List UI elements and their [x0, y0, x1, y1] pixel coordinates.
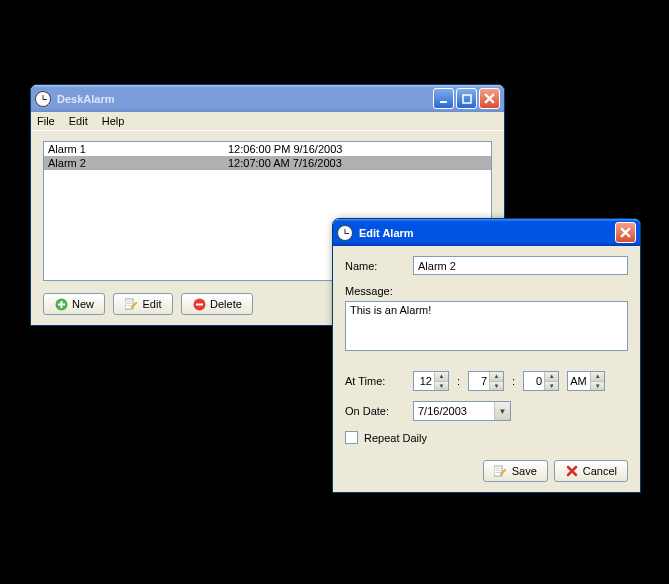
cancel-button[interactable]: Cancel	[554, 460, 628, 482]
pencil-icon	[125, 297, 139, 311]
date-label: On Date:	[345, 405, 405, 417]
close-button[interactable]	[479, 88, 500, 109]
minute-spinner[interactable]: ▲▼	[468, 371, 504, 391]
menu-file[interactable]: File	[37, 115, 55, 127]
message-input[interactable]	[345, 301, 628, 351]
spin-up[interactable]: ▲	[435, 372, 448, 382]
minute-input[interactable]	[469, 372, 489, 390]
menubar: File Edit Help	[31, 112, 504, 131]
second-input[interactable]	[524, 372, 544, 390]
date-picker[interactable]: ▼	[413, 401, 511, 421]
spin-up[interactable]: ▲	[490, 372, 503, 382]
ampm-input[interactable]	[568, 372, 590, 390]
repeat-checkbox[interactable]	[345, 431, 358, 444]
svg-rect-5	[196, 303, 203, 305]
name-label: Name:	[345, 260, 405, 272]
spin-down[interactable]: ▼	[435, 382, 448, 391]
alarm-time: 12:06:00 PM 9/16/2003	[228, 143, 487, 155]
x-icon	[565, 464, 579, 478]
save-label: Save	[512, 465, 537, 477]
plus-icon	[54, 297, 68, 311]
alarm-time: 12:07:00 AM 7/16/2003	[228, 157, 487, 169]
close-button[interactable]	[615, 222, 636, 243]
maximize-button[interactable]	[456, 88, 477, 109]
clock-icon	[337, 225, 353, 241]
spin-down[interactable]: ▼	[591, 382, 604, 391]
dialog-titlebar[interactable]: Edit Alarm	[333, 219, 640, 246]
main-title: DeskAlarm	[55, 93, 433, 105]
spin-down[interactable]: ▼	[490, 382, 503, 391]
delete-button[interactable]: Delete	[181, 293, 253, 315]
delete-icon	[192, 297, 206, 311]
second-spinner[interactable]: ▲▼	[523, 371, 559, 391]
new-label: New	[72, 298, 94, 310]
repeat-label: Repeat Daily	[364, 432, 427, 444]
new-button[interactable]: New	[43, 293, 105, 315]
spin-down[interactable]: ▼	[545, 382, 558, 391]
hour-spinner[interactable]: ▲▼	[413, 371, 449, 391]
delete-label: Delete	[210, 298, 242, 310]
alarm-name: Alarm 1	[48, 143, 228, 155]
alarm-name: Alarm 2	[48, 157, 228, 169]
message-label: Message:	[345, 285, 393, 297]
svg-rect-1	[463, 95, 471, 103]
dialog-title: Edit Alarm	[357, 227, 615, 239]
time-label: At Time:	[345, 375, 405, 387]
date-input[interactable]	[414, 402, 494, 420]
menu-help[interactable]: Help	[102, 115, 125, 127]
edit-button[interactable]: Edit	[113, 293, 173, 315]
svg-rect-0	[440, 101, 447, 103]
main-titlebar[interactable]: DeskAlarm	[31, 85, 504, 112]
list-item[interactable]: Alarm 1 12:06:00 PM 9/16/2003	[44, 142, 491, 156]
minimize-button[interactable]	[433, 88, 454, 109]
edit-label: Edit	[143, 298, 162, 310]
spin-up[interactable]: ▲	[591, 372, 604, 382]
chevron-down-icon[interactable]: ▼	[494, 402, 510, 420]
clock-icon	[35, 91, 51, 107]
menu-edit[interactable]: Edit	[69, 115, 88, 127]
list-item[interactable]: Alarm 2 12:07:00 AM 7/16/2003	[44, 156, 491, 170]
ampm-spinner[interactable]: ▲▼	[567, 371, 605, 391]
edit-alarm-dialog: Edit Alarm Name: Message: At Time: ▲▼ : …	[332, 218, 641, 493]
name-input[interactable]	[413, 256, 628, 275]
spin-up[interactable]: ▲	[545, 372, 558, 382]
hour-input[interactable]	[414, 372, 434, 390]
pencil-icon	[494, 464, 508, 478]
save-button[interactable]: Save	[483, 460, 548, 482]
cancel-label: Cancel	[583, 465, 617, 477]
